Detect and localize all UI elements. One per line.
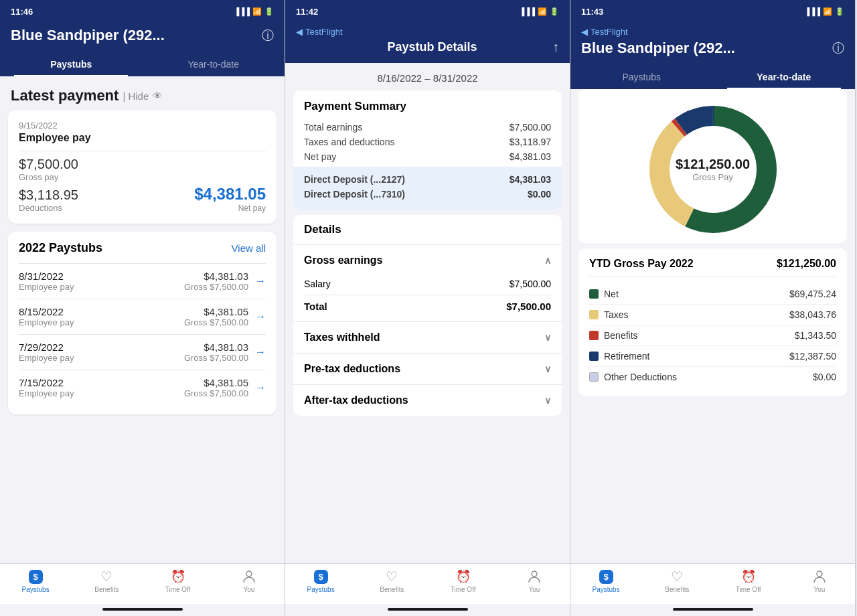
view-all-button[interactable]: View all — [232, 242, 266, 254]
eye-icon[interactable]: 👁 — [153, 90, 162, 101]
accordion-aftertax-header[interactable]: After-tax deductions ∨ — [293, 385, 562, 416]
donut-amount: $121,250.00 — [676, 157, 750, 172]
summary-value-0: $7,500.00 — [510, 122, 551, 133]
item-net-1: $4,381.05 — [184, 306, 248, 317]
you-icon-2 — [527, 569, 542, 584]
details-section: Details Gross earnings ∧ Salary $7,500.0… — [293, 215, 562, 416]
panel-ytd: 11:43 ▐▐▐ 📶 🔋 ◀ TestFlight Blue Sandpipe… — [570, 0, 856, 616]
item-type-0: Employee pay — [19, 282, 74, 292]
status-bar-2: 11:42 ▐▐▐ 📶 🔋 — [285, 0, 570, 21]
summary-label-1: Taxes and deductions — [304, 137, 394, 147]
ytd-label-taxes: Taxes — [604, 309, 629, 320]
accordion-gross-label: Gross earnings — [304, 254, 382, 266]
timeoff-icon-3: ⏰ — [741, 569, 756, 584]
nav-you-2[interactable]: You — [499, 569, 570, 593]
accordion-taxes-header[interactable]: Taxes withheld ∨ — [293, 322, 562, 353]
accordion-pretax-header[interactable]: Pre-tax deductions ∨ — [293, 354, 562, 384]
status-time-2: 11:42 — [296, 7, 318, 17]
summary-row-0: Total earnings $7,500.00 — [304, 120, 551, 135]
latest-payment-card[interactable]: 9/15/2022 Employee pay $7,500.00 Gross p… — [8, 110, 277, 224]
nav-bar-3: ◀ TestFlight Blue Sandpiper (292... ⓘ — [570, 21, 855, 65]
paystubs-nav-icon-2: $ — [314, 570, 328, 584]
paystub-details-title: Paystub Details — [387, 40, 477, 54]
ytd-heading-value: $121,250.00 — [777, 258, 836, 270]
summary-highlight: Direct Deposit (...2127) $4,381.03 Direc… — [293, 167, 562, 210]
ytd-dot-retirement — [589, 352, 599, 361]
card-divider — [19, 151, 266, 151]
ytd-value-retirement: $12,387.50 — [789, 351, 836, 362]
wifi-icon-2: 📶 — [538, 7, 547, 16]
ytd-dot-benefits — [589, 331, 599, 340]
nav-timeoff-label-1: Time Off — [165, 586, 191, 593]
ytd-row-retirement: Retirement $12,387.50 — [589, 346, 836, 367]
nav-paystubs-1[interactable]: $ Paystubs — [0, 569, 71, 593]
back-label-3[interactable]: TestFlight — [591, 27, 628, 37]
back-label-2[interactable]: TestFlight — [305, 27, 343, 37]
accordion-gross-content: Salary $7,500.00 Total $7,500.00 — [293, 276, 562, 321]
status-time-1: 11:46 — [11, 7, 33, 17]
nav-you-1[interactable]: You — [214, 569, 285, 593]
nav-you-label-2: You — [528, 586, 540, 593]
hide-label[interactable]: | Hide — [123, 90, 149, 102]
benefits-icon-1: ♡ — [100, 568, 112, 585]
nav-paystubs-label-3: Paystubs — [593, 586, 620, 593]
info-icon-1[interactable]: ⓘ — [262, 27, 274, 44]
nav-you-3[interactable]: You — [784, 569, 855, 593]
accordion-gross-header[interactable]: Gross earnings ∧ — [293, 245, 562, 276]
paystub-item-0[interactable]: 8/31/2022 Employee pay $4,381.03 Gross $… — [19, 263, 266, 299]
status-time-3: 11:43 — [581, 7, 603, 17]
nav-timeoff-label-3: Time Off — [736, 586, 761, 593]
content-2: 8/16/2022 – 8/31/2022 Payment Summary To… — [285, 63, 570, 563]
nav-benefits-3[interactable]: ♡ Benefits — [641, 569, 712, 593]
battery-icon-3: 🔋 — [835, 7, 844, 16]
content-1: Latest payment | Hide 👁 9/15/2022 Employ… — [0, 76, 285, 563]
nav-timeoff-1[interactable]: ⏰ Time Off — [143, 569, 214, 593]
summary-value-4: $0.00 — [528, 189, 551, 200]
wifi-icon: 📶 — [252, 7, 262, 16]
paystub-item-3[interactable]: 7/15/2022 Employee pay $4,381.05 Gross $… — [19, 370, 266, 405]
tab-ytd-1[interactable]: Year-to-date — [143, 52, 285, 76]
nav-timeoff-label-2: Time Off — [451, 586, 476, 593]
net-pay-label: Net pay — [194, 204, 266, 213]
paystub-item-2[interactable]: 7/29/2022 Employee pay $4,381.03 Gross $… — [19, 334, 266, 370]
back-arrow-3[interactable]: ◀ — [581, 27, 588, 37]
nav-timeoff-2[interactable]: ⏰ Time Off — [428, 569, 499, 593]
nav-benefits-1[interactable]: ♡ Benefits — [71, 569, 142, 593]
deductions-label: Deductions — [19, 203, 78, 213]
nav-benefits-2[interactable]: ♡ Benefits — [356, 569, 427, 593]
item-type-3: Employee pay — [19, 388, 74, 398]
item-arrow-1: → — [255, 311, 266, 323]
info-icon-3[interactable]: ⓘ — [832, 40, 844, 56]
item-gross-1: Gross $7,500.00 — [184, 317, 248, 327]
share-icon[interactable]: ↑ — [552, 40, 559, 55]
tab-paystubs-3[interactable]: Paystubs — [570, 65, 713, 89]
nav-paystubs-2[interactable]: $ Paystubs — [285, 569, 356, 593]
ytd-label-retirement: Retirement — [604, 351, 649, 362]
tab-paystubs-1[interactable]: Paystubs — [0, 52, 143, 76]
accordion-gross-arrow: ∧ — [544, 255, 551, 266]
details-date-range: 8/16/2022 – 8/31/2022 — [285, 63, 570, 90]
payment-summary-section: Payment Summary Total earnings $7,500.00… — [293, 90, 562, 210]
deductions-amount: $3,118.95 — [19, 187, 78, 203]
gross-total: Total $7,500.00 — [304, 295, 551, 315]
tab-ytd-3[interactable]: Year-to-date — [713, 65, 856, 89]
nav-bar-1: Blue Sandpiper (292... ⓘ — [0, 21, 285, 52]
ytd-dot-taxes — [589, 310, 599, 319]
nav-timeoff-3[interactable]: ⏰ Time Off — [713, 569, 784, 593]
home-indicator-3 — [673, 608, 753, 611]
back-arrow-2[interactable]: ◀ — [296, 27, 303, 37]
accordion-pretax-arrow: ∨ — [544, 364, 551, 374]
item-net-3: $4,381.05 — [184, 377, 248, 388]
tab-bar-1: Paystubs Year-to-date — [0, 52, 285, 76]
nav-paystubs-3[interactable]: $ Paystubs — [570, 569, 641, 593]
home-indicator-2 — [388, 608, 468, 611]
ytd-dot-net — [589, 289, 599, 299]
item-type-1: Employee pay — [19, 317, 74, 327]
tab-bar-3: Paystubs Year-to-date — [570, 65, 855, 89]
paystub-item-1[interactable]: 8/15/2022 Employee pay $4,381.05 Gross $… — [19, 299, 266, 334]
ytd-row-other: Other Deductions $0.00 — [589, 367, 836, 387]
content-3: $121,250.00 Gross Pay YTD Gross Pay 2022… — [570, 89, 855, 563]
donut-center: $121,250.00 Gross Pay — [676, 157, 750, 182]
summary-row-2: Net pay $4,381.03 — [304, 149, 551, 164]
gross-salary-label: Salary — [304, 279, 331, 289]
